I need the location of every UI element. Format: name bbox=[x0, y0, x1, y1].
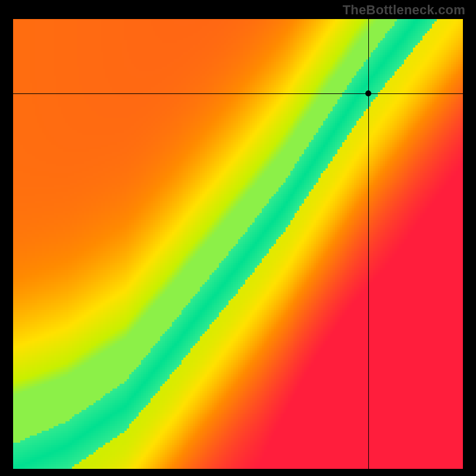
crosshair-vertical bbox=[368, 19, 369, 469]
crosshair-horizontal bbox=[13, 93, 463, 94]
marker-point bbox=[365, 90, 371, 96]
chart-frame: TheBottleneck.com bbox=[0, 0, 476, 476]
heatmap-canvas bbox=[13, 19, 463, 469]
heatmap-plot bbox=[12, 18, 464, 470]
watermark-text: TheBottleneck.com bbox=[343, 2, 465, 18]
